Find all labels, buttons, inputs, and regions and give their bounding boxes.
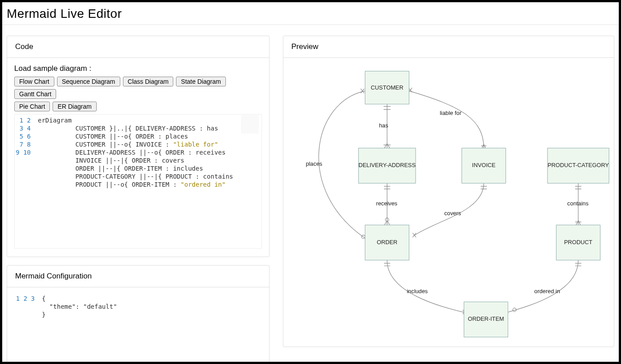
code-panel-title: Code	[7, 36, 269, 58]
config-gutter: 1 2 3	[14, 293, 38, 355]
svg-text:ORDER-ITEM: ORDER-ITEM	[468, 315, 504, 322]
config-editor[interactable]: 1 2 3 { "theme": "default" }	[14, 293, 262, 355]
entity-invoice: INVOICE	[462, 148, 506, 183]
rel-ordered-in: ordered in	[534, 288, 560, 294]
rel-covers: covers	[444, 210, 461, 217]
svg-text:PRODUCT: PRODUCT	[564, 239, 592, 245]
entity-customer: CUSTOMER	[365, 71, 409, 104]
config-panel-title: Mermaid Configuration	[7, 266, 269, 287]
config-panel: Mermaid Configuration 1 2 3 { "theme": "…	[7, 265, 270, 364]
class-diagram-button[interactable]: Class Diagram	[123, 77, 174, 86]
flow-chart-button[interactable]: Flow Chart	[14, 77, 54, 86]
rel-contains: contains	[567, 200, 588, 207]
svg-text:INVOICE: INVOICE	[472, 162, 496, 168]
rel-has: has	[379, 122, 388, 129]
preview-panel: Preview	[283, 36, 614, 347]
config-content[interactable]: { "theme": "default" }	[38, 293, 262, 355]
entity-order-item: ORDER-ITEM	[464, 302, 508, 337]
sequence-diagram-button[interactable]: Sequence Diagram	[57, 77, 120, 86]
svg-text:CUSTOMER: CUSTOMER	[371, 84, 403, 91]
rel-liable-for: liable for	[440, 110, 462, 116]
page-title: Mermaid Live Editor	[7, 7, 619, 21]
entity-product: PRODUCT	[556, 225, 601, 260]
code-content[interactable]: erDiagram CUSTOMER }|..|{ DELIVERY-ADDRE…	[34, 115, 261, 248]
code-gutter: 1 2 3 4 5 6 7 8 9 10	[15, 115, 34, 248]
rel-includes: includes	[407, 288, 428, 294]
pie-chart-button[interactable]: Pie Chart	[14, 102, 50, 111]
er-diagram-button[interactable]: ER Diagram	[53, 102, 96, 111]
divider	[2, 25, 619, 25]
editor-minimap[interactable]	[241, 115, 259, 133]
state-diagram-button[interactable]: State Diagram	[176, 77, 225, 86]
rel-receives: receives	[376, 200, 397, 207]
rel-places: places	[306, 160, 322, 167]
load-sample-label: Load sample diagram :	[14, 64, 262, 73]
svg-text:DELIVERY-ADDRESS: DELIVERY-ADDRESS	[359, 162, 416, 168]
er-diagram-preview: CUSTOMER DELIVERY-ADDRESS INVOICE P	[286, 62, 611, 344]
entity-product-category: PRODUCT-CATEGORY	[547, 148, 609, 183]
preview-panel-title: Preview	[283, 36, 614, 58]
svg-text:PRODUCT-CATEGORY: PRODUCT-CATEGORY	[547, 162, 609, 168]
code-panel: Code Load sample diagram : Flow Chart Se…	[7, 36, 270, 257]
code-editor[interactable]: 1 2 3 4 5 6 7 8 9 10 erDiagram CUSTOMER …	[14, 114, 262, 249]
entity-delivery-address: DELIVERY-ADDRESS	[359, 148, 416, 183]
entity-order: ORDER	[365, 225, 409, 260]
gantt-chart-button[interactable]: Gantt Chart	[14, 89, 56, 99]
svg-text:ORDER: ORDER	[377, 239, 397, 245]
